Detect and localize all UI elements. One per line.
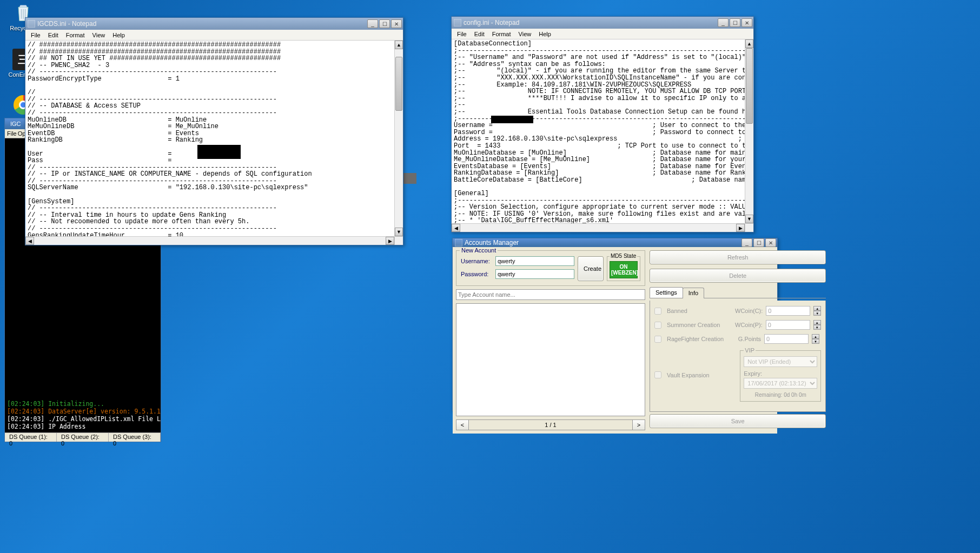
checkbox-vault[interactable]: [654, 371, 661, 378]
menu-help[interactable]: Help: [535, 30, 554, 38]
label-username: Username:: [461, 258, 492, 264]
menubar: File Edit Format View Help: [452, 29, 753, 39]
scrollbar-vertical[interactable]: ▲ ▼: [745, 39, 753, 223]
close-button[interactable]: ✕: [765, 238, 776, 247]
minimize-button[interactable]: _: [741, 238, 752, 247]
close-button[interactable]: ✕: [741, 18, 752, 27]
select-expiry[interactable]: 17/06/2017 (02:13:12): [744, 378, 817, 389]
menu-file[interactable]: File: [28, 31, 44, 39]
notepad-icon: [28, 20, 35, 28]
tab-info[interactable]: Info: [683, 288, 704, 298]
spin-up[interactable]: ▲: [813, 320, 821, 325]
scroll-up-button[interactable]: ▲: [395, 41, 403, 49]
menu-view[interactable]: View: [515, 30, 535, 38]
scroll-right-button[interactable]: ▶: [386, 237, 394, 245]
input-wcoinc[interactable]: [766, 306, 810, 316]
scrollbar-horizontal[interactable]: ◀ ▶: [452, 223, 745, 232]
maximize-button[interactable]: ☐: [753, 238, 764, 247]
status-queue-1: DS Queue (1): 0: [5, 433, 57, 442]
search-account-input[interactable]: [456, 289, 645, 300]
save-button[interactable]: Save: [650, 414, 826, 428]
app-icon: [455, 239, 462, 246]
label-remaining: Remaining: 0d 0h 0m: [744, 392, 817, 398]
window-title: IGCDS.ini - Notepad: [37, 20, 364, 28]
input-gpoints[interactable]: [764, 334, 809, 344]
groupbox-md5-state: MD5 State ON[WEBZEN]: [607, 256, 640, 281]
groupbox-new-account: New Account Username: Password: Create: [456, 250, 645, 286]
tabs: Settings Info: [650, 287, 826, 298]
window-accounts-manager[interactable]: Accounts Manager _ ☐ ✕ New Account Usern…: [452, 238, 778, 411]
spin-down[interactable]: ▼: [813, 325, 821, 330]
titlebar[interactable]: IGCDS.ini - Notepad _ ☐ ✕: [25, 18, 403, 30]
menu-help[interactable]: Help: [109, 31, 128, 39]
menu-format[interactable]: Format: [489, 30, 514, 38]
menubar: File Edit Format View Help: [25, 30, 403, 41]
label-wcoinp: WCoin(P):: [735, 322, 763, 328]
groupbox-legend: New Account: [460, 247, 498, 254]
label-ragefighter: RageFighter Creation: [667, 336, 732, 342]
md5-toggle-button[interactable]: ON[WEBZEN]: [610, 261, 638, 278]
maximize-button[interactable]: ☐: [730, 18, 740, 27]
text-area[interactable]: // #####################################…: [25, 41, 403, 245]
scroll-thumb[interactable]: [746, 48, 753, 124]
checkbox-ragefighter[interactable]: [654, 336, 661, 343]
text-content[interactable]: // #####################################…: [25, 41, 403, 245]
spin-down[interactable]: ▼: [812, 339, 819, 344]
page-next-button[interactable]: >: [632, 419, 645, 430]
maximize-button[interactable]: ☐: [379, 19, 390, 28]
close-button[interactable]: ✕: [391, 19, 402, 28]
menu-format[interactable]: Format: [63, 31, 88, 39]
delete-button[interactable]: Delete: [650, 269, 826, 283]
minimize-button[interactable]: _: [718, 18, 729, 27]
checkbox-summoner[interactable]: [654, 322, 661, 329]
input-username[interactable]: [495, 256, 574, 266]
spin-up[interactable]: ▲: [812, 334, 819, 339]
minimize-button[interactable]: _: [367, 19, 378, 28]
tab-settings[interactable]: Settings: [650, 287, 683, 298]
menu-file[interactable]: File: [454, 30, 470, 38]
scroll-right-button[interactable]: ▶: [736, 224, 745, 232]
select-vip[interactable]: Not VIP (Ended): [744, 356, 817, 367]
scroll-thumb[interactable]: [395, 57, 402, 111]
titlebar[interactable]: config.ini - Notepad _ ☐ ✕: [452, 17, 753, 29]
scrollbar-vertical[interactable]: ▲ ▼: [394, 41, 403, 236]
redaction-pass: [197, 151, 241, 159]
input-wcoinp[interactable]: [766, 320, 810, 330]
menu-edit[interactable]: Edit: [45, 31, 62, 39]
account-list[interactable]: [456, 303, 645, 416]
label-banned: Banned: [667, 308, 732, 314]
label-summoner: Summoner Creation: [667, 322, 732, 328]
checkbox-banned[interactable]: [654, 308, 661, 315]
md5-legend: MD5 State: [610, 253, 637, 259]
menu-edit[interactable]: Edit: [471, 30, 488, 38]
label-gpoints: G.Points: [735, 336, 761, 342]
resize-grip[interactable]: [394, 236, 403, 245]
window-title: config.ini - Notepad: [463, 19, 714, 26]
scroll-down-button[interactable]: ▼: [745, 215, 753, 223]
vip-legend: VIP: [744, 347, 756, 354]
refresh-button[interactable]: Refresh: [650, 250, 826, 264]
scroll-down-button[interactable]: ▼: [395, 228, 403, 236]
menu-view[interactable]: View: [89, 31, 109, 39]
spin-down[interactable]: ▼: [813, 311, 821, 316]
titlebar[interactable]: Accounts Manager _ ☐ ✕: [453, 238, 777, 247]
resize-grip[interactable]: [745, 223, 753, 232]
window-notepad-config[interactable]: config.ini - Notepad _ ☐ ✕ File Edit For…: [451, 16, 754, 232]
scroll-up-button[interactable]: ▲: [745, 39, 753, 48]
scroll-left-button[interactable]: ◀: [25, 237, 34, 245]
label-vault: Vault Expansion: [667, 372, 737, 378]
page-prev-button[interactable]: <: [456, 419, 469, 430]
menu-file[interactable]: File: [7, 130, 17, 137]
create-button[interactable]: Create: [578, 256, 604, 281]
input-password[interactable]: [495, 269, 574, 279]
status-queue-2: DS Queue (2): 0: [57, 433, 109, 442]
window-title: Accounts Manager: [465, 239, 738, 246]
window-notepad-igcds[interactable]: IGCDS.ini - Notepad _ ☐ ✕ File Edit Form…: [25, 17, 403, 245]
scroll-left-button[interactable]: ◀: [452, 224, 460, 232]
text-content[interactable]: [DatabaseConnection] ;------------------…: [452, 39, 753, 232]
spin-up[interactable]: ▲: [813, 306, 821, 311]
redaction-username: [491, 116, 533, 123]
text-area[interactable]: [DatabaseConnection] ;------------------…: [452, 39, 753, 232]
scrollbar-horizontal[interactable]: ◀ ▶: [25, 236, 394, 245]
page-indicator: 1 / 1: [469, 419, 632, 430]
